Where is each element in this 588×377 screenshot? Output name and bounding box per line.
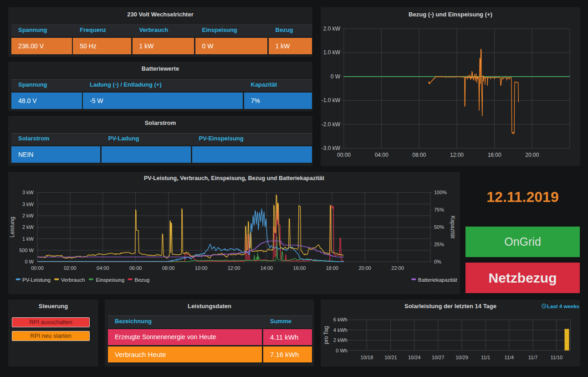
svg-text:04:00: 04:00 — [97, 265, 109, 271]
svg-text:2 kW: 2 kW — [22, 213, 34, 218]
svg-text:16:00: 16:00 — [488, 152, 501, 158]
svg-text:11/4: 11/4 — [505, 355, 514, 360]
svg-text:2.0 kW: 2.0 kW — [323, 26, 341, 32]
svg-text:Verbrauch: Verbrauch — [61, 277, 85, 283]
svg-text:4 kWh: 4 kWh — [333, 327, 348, 333]
svg-text:Bezug: Bezug — [135, 277, 150, 283]
svg-text:2 kW: 2 kW — [22, 224, 34, 230]
svg-text:16:00: 16:00 — [293, 265, 306, 271]
svg-text:12:00: 12:00 — [228, 265, 240, 271]
svg-text:Leistung: Leistung — [9, 217, 15, 237]
svg-text:10/27: 10/27 — [432, 355, 445, 360]
svg-text:Einspeisung: Einspeisung — [96, 277, 125, 283]
svg-text:Batteriekapazität: Batteriekapazität — [418, 277, 457, 283]
svg-text:04:00: 04:00 — [375, 152, 389, 158]
svg-text:3 kW: 3 kW — [22, 190, 34, 195]
svg-text:0 W: 0 W — [331, 73, 341, 80]
svg-text:PV-Leistung: PV-Leistung — [22, 277, 51, 283]
svg-text:3 kW: 3 kW — [22, 201, 34, 207]
svg-text:00:00: 00:00 — [31, 265, 44, 271]
svg-text:10/29: 10/29 — [455, 355, 468, 360]
svg-text:00:00: 00:00 — [337, 152, 351, 158]
svg-text:22:00: 22:00 — [391, 265, 404, 271]
svg-text:500 W: 500 W — [19, 248, 34, 253]
svg-text:0 Wh: 0 Wh — [336, 348, 348, 353]
svg-text:0 W: 0 W — [25, 259, 34, 264]
svg-text:11/10: 11/10 — [550, 355, 562, 360]
svg-text:25%: 25% — [434, 242, 444, 247]
svg-text:14:00: 14:00 — [261, 265, 273, 271]
svg-text:20:00: 20:00 — [358, 265, 371, 271]
svg-text:20:00: 20:00 — [525, 152, 539, 158]
svg-text:-2.0 kW: -2.0 kW — [322, 121, 341, 128]
svg-text:-1.0 kW: -1.0 kW — [322, 97, 341, 103]
svg-text:10/24: 10/24 — [408, 355, 421, 360]
svg-text:50%: 50% — [434, 224, 444, 230]
svg-text:75%: 75% — [434, 207, 444, 212]
svg-text:2 kWh: 2 kWh — [333, 337, 348, 343]
svg-text:10/21: 10/21 — [384, 355, 397, 360]
svg-text:11/1: 11/1 — [481, 355, 491, 360]
svg-text:-3.0 kW: -3.0 kW — [322, 145, 341, 151]
svg-text:0%: 0% — [434, 259, 441, 264]
svg-text:11/7: 11/7 — [528, 355, 538, 360]
svg-text:18:00: 18:00 — [326, 265, 338, 271]
svg-text:08:00: 08:00 — [412, 152, 426, 158]
svg-text:Kapazität: Kapazität — [450, 216, 456, 239]
svg-text:6 kWh: 6 kWh — [333, 317, 348, 322]
svg-text:02:00: 02:00 — [64, 265, 77, 271]
svg-text:100%: 100% — [434, 190, 447, 195]
svg-text:1.0 kW: 1.0 kW — [323, 49, 341, 56]
svg-text:12:00: 12:00 — [450, 152, 464, 158]
svg-text:06:00: 06:00 — [129, 265, 142, 271]
svg-text:10/18: 10/18 — [361, 355, 373, 360]
svg-text:10:00: 10:00 — [195, 265, 208, 271]
svg-text:pro Tag: pro Tag — [323, 326, 329, 344]
svg-text:08:00: 08:00 — [162, 265, 175, 271]
svg-text:1 kW: 1 kW — [22, 236, 34, 242]
